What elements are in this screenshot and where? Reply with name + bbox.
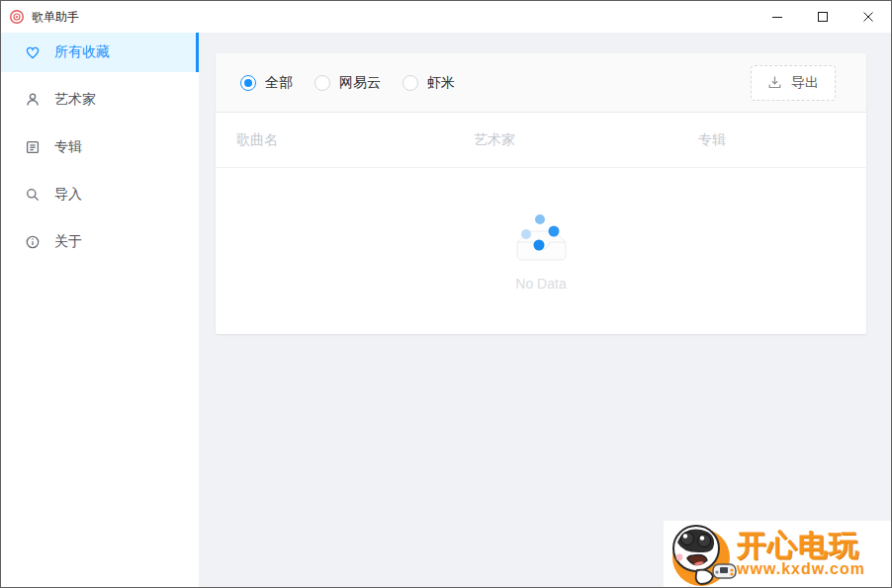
sidebar-item-all-favorites[interactable]: 所有收藏 [1, 33, 199, 72]
empty-box-icon [509, 206, 574, 265]
column-header-album: 专辑 [677, 131, 866, 149]
radio-netease[interactable]: 网易云 [314, 74, 381, 92]
column-header-artist: 艺术家 [453, 131, 677, 149]
radio-label: 网易云 [339, 74, 381, 92]
sidebar-item-albums[interactable]: 专辑 [1, 127, 199, 167]
app-title: 歌单助手 [32, 9, 79, 26]
sidebar-item-artists[interactable]: 艺术家 [1, 80, 199, 120]
content-card: 全部 网易云 虾米 [216, 53, 866, 334]
heart-icon [25, 44, 41, 60]
column-header-song: 歌曲名 [216, 131, 453, 149]
radio-selected-icon [240, 75, 256, 91]
kxdw-watermark: 开心电玩 www.kxdw.com [664, 521, 891, 587]
close-button[interactable] [846, 1, 891, 33]
table-body: No Data [216, 168, 866, 334]
watermark-text: 开心电玩 www.kxdw.com [737, 530, 865, 579]
export-button[interactable]: 导出 [751, 65, 836, 101]
empty-text: No Data [515, 276, 566, 292]
titlebar: 歌单助手 [1, 1, 891, 33]
radio-label: 全部 [265, 74, 293, 92]
sidebar: 所有收藏 艺术家 [1, 33, 199, 587]
export-button-label: 导出 [791, 74, 819, 92]
watermark-title: 开心电玩 [737, 530, 859, 561]
sidebar-item-import[interactable]: 导入 [1, 175, 199, 214]
empty-state: No Data [509, 206, 574, 292]
sidebar-item-label: 专辑 [54, 138, 82, 156]
window-controls [755, 1, 891, 33]
app-body: 所有收藏 艺术家 [1, 33, 891, 587]
sidebar-item-about[interactable]: 关于 [1, 222, 199, 262]
download-icon [767, 75, 782, 90]
table-header: 歌曲名 艺术家 专辑 [216, 113, 866, 168]
info-icon [25, 234, 41, 250]
filter-toolbar: 全部 网易云 虾米 [216, 53, 866, 113]
main-content: 全部 网易云 虾米 [199, 33, 891, 587]
radio-all-sources[interactable]: 全部 [240, 74, 293, 92]
sidebar-item-label: 导入 [54, 186, 82, 204]
radio-unselected-icon [402, 75, 418, 91]
watermark-url: www.kxdw.com [737, 560, 865, 578]
kxdw-mascot-icon [664, 521, 739, 587]
app-logo-icon [9, 9, 25, 25]
radio-unselected-icon [314, 75, 330, 91]
user-icon [25, 92, 41, 108]
sidebar-item-label: 所有收藏 [54, 43, 110, 61]
source-filter-group: 全部 网易云 虾米 [240, 74, 477, 92]
app-window: 歌单助手 所有收藏 [0, 0, 892, 588]
maximize-button[interactable] [800, 1, 846, 33]
sidebar-item-label: 艺术家 [54, 91, 96, 109]
minimize-button[interactable] [755, 1, 800, 33]
radio-xiami[interactable]: 虾米 [402, 74, 455, 92]
radio-label: 虾米 [427, 74, 455, 92]
album-icon [25, 139, 41, 155]
search-icon [25, 187, 41, 203]
sidebar-item-label: 关于 [54, 233, 82, 251]
